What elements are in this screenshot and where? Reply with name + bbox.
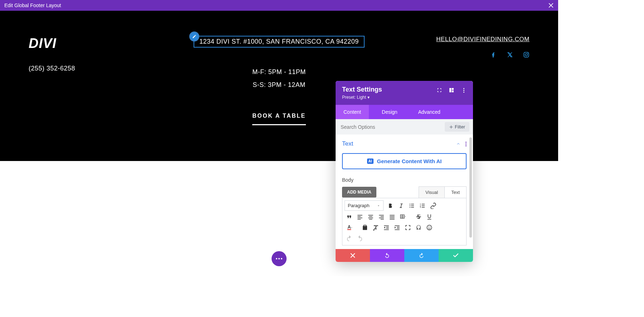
svg-rect-16: [368, 215, 373, 216]
svg-rect-25: [390, 216, 395, 217]
svg-rect-21: [381, 216, 384, 217]
redo-icon[interactable]: [355, 233, 365, 244]
discard-button[interactable]: [336, 249, 370, 262]
text-settings-panel[interactable]: Text Settings Preset: Light ▾ Content De…: [336, 81, 473, 262]
save-button[interactable]: [439, 249, 473, 262]
panel-header[interactable]: Text Settings Preset: Light ▾: [336, 81, 473, 105]
align-right-icon[interactable]: [376, 211, 387, 222]
x-twitter-icon[interactable]: [507, 52, 513, 58]
svg-point-0: [409, 204, 410, 204]
align-left-icon[interactable]: [355, 211, 365, 222]
text-color-icon[interactable]: [344, 222, 355, 233]
emoji-icon[interactable]: [424, 222, 435, 233]
svg-rect-33: [386, 228, 389, 229]
tab-design[interactable]: Design: [374, 105, 405, 119]
address-text-module[interactable]: 1234 DIVI ST. #1000, SAN FRANCISCO, CA 9…: [194, 36, 365, 48]
svg-rect-18: [368, 218, 373, 218]
panel-scrollbar[interactable]: [469, 137, 472, 238]
svg-rect-9: [421, 204, 424, 204]
contact-email[interactable]: HELLO@DIVIFINEDINING.COM: [429, 36, 530, 43]
section-more-icon[interactable]: [465, 142, 467, 146]
add-media-button[interactable]: ADD MEDIA: [342, 187, 376, 197]
svg-rect-20: [379, 215, 384, 216]
tab-content[interactable]: Content: [336, 105, 369, 119]
svg-rect-31: [384, 225, 389, 226]
special-char-icon[interactable]: [413, 222, 424, 233]
svg-rect-12: [357, 215, 362, 216]
link-icon[interactable]: [428, 200, 439, 211]
italic-icon[interactable]: [396, 200, 406, 211]
editor-subtabs: Visual Text: [419, 186, 467, 198]
fullscreen-icon[interactable]: [402, 222, 413, 233]
indent-icon[interactable]: [392, 222, 402, 233]
generate-content-ai-button[interactable]: AI Generate Content With AI: [342, 153, 467, 169]
align-justify-icon[interactable]: [387, 211, 397, 222]
more-options-icon[interactable]: [461, 87, 467, 93]
hours-weekday: M-F: 5PM - 11PM: [129, 65, 429, 78]
undo-button[interactable]: [370, 249, 404, 262]
facebook-icon[interactable]: [490, 52, 497, 58]
gen-ai-label: Generate Content With AI: [377, 158, 442, 164]
panel-body: Text AI Generate Content With AI Body AD…: [336, 135, 473, 249]
footer-col-right: HELLO@DIVIFINEDINING.COM: [429, 36, 530, 58]
top-bar-title: Edit Global Footer Layout: [4, 3, 61, 8]
svg-rect-11: [421, 207, 424, 208]
table-icon[interactable]: [397, 211, 408, 222]
bold-icon[interactable]: [385, 200, 396, 211]
underline-icon[interactable]: [424, 211, 435, 222]
svg-rect-3: [411, 204, 414, 204]
svg-rect-14: [357, 218, 362, 218]
svg-rect-17: [369, 216, 372, 217]
expand-icon[interactable]: [436, 87, 442, 93]
undo-icon[interactable]: [344, 233, 355, 244]
body-label: Body: [342, 177, 467, 183]
redo-button[interactable]: [404, 249, 439, 262]
svg-point-1: [409, 205, 410, 206]
numbered-list-icon[interactable]: 123: [417, 200, 428, 211]
close-icon[interactable]: [548, 3, 554, 8]
outdent-icon[interactable]: [381, 222, 392, 233]
blockquote-icon[interactable]: [344, 211, 355, 222]
svg-rect-37: [397, 228, 400, 229]
section-text-title[interactable]: Text: [342, 140, 353, 147]
svg-rect-26: [390, 218, 395, 218]
format-select[interactable]: Paragraph: [345, 200, 384, 211]
svg-rect-32: [386, 227, 389, 228]
svg-rect-34: [384, 229, 389, 230]
svg-rect-24: [390, 215, 395, 216]
footer-preview: DIVI (255) 352-6258 1234 DIVI ST. #1000,…: [0, 11, 558, 161]
align-center-icon[interactable]: [365, 211, 376, 222]
logo: DIVI: [29, 36, 129, 51]
bullet-list-icon[interactable]: [406, 200, 417, 211]
svg-rect-29: [416, 216, 421, 217]
svg-rect-13: [357, 216, 361, 217]
svg-point-39: [427, 225, 432, 230]
svg-rect-27: [390, 219, 395, 220]
clear-format-icon[interactable]: [370, 222, 381, 233]
instagram-icon[interactable]: [523, 52, 530, 58]
svg-point-2: [409, 207, 410, 208]
book-table-button[interactable]: BOOK A TABLE: [252, 113, 306, 125]
subtab-text[interactable]: Text: [445, 187, 466, 198]
snap-icon[interactable]: [449, 87, 454, 93]
panel-footer: [336, 249, 473, 262]
svg-rect-36: [397, 227, 400, 228]
panel-preset[interactable]: Preset: Light ▾: [342, 95, 382, 100]
strikethrough-icon[interactable]: [413, 211, 424, 222]
svg-point-40: [428, 227, 429, 228]
svg-text:3: 3: [420, 206, 421, 208]
filter-button[interactable]: Filter: [445, 122, 469, 132]
edit-module-icon[interactable]: [189, 31, 199, 42]
chevron-up-icon[interactable]: [456, 142, 460, 146]
editor-toolbar: Paragraph 123: [342, 198, 467, 245]
social-icons: [429, 52, 530, 58]
page-options-fab[interactable]: [272, 251, 287, 266]
footer-col-left: DIVI (255) 352-6258: [29, 36, 129, 72]
tab-advanced[interactable]: Advanced: [410, 105, 448, 119]
svg-rect-38: [395, 229, 400, 230]
search-options-input[interactable]: [339, 123, 445, 131]
svg-rect-22: [379, 218, 384, 218]
filter-label: Filter: [455, 124, 465, 130]
subtab-visual[interactable]: Visual: [419, 187, 445, 198]
paste-icon[interactable]: [360, 222, 370, 233]
